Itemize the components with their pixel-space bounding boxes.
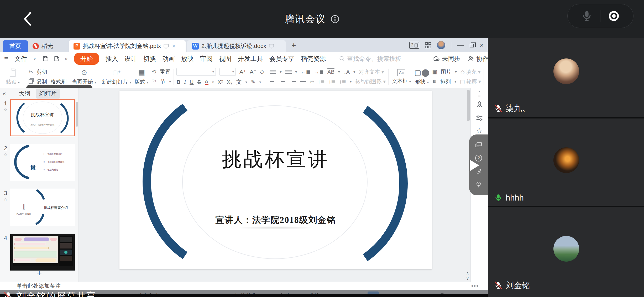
slide-scrollbar[interactable] (467, 90, 470, 121)
copy-button[interactable]: 复制 (36, 78, 47, 85)
menu-devtools[interactable]: 开发工具 (238, 55, 263, 63)
menu-view[interactable]: 视图 (219, 55, 232, 63)
play-from-current-button[interactable]: ⊙ 当页开始 ▾ (72, 68, 96, 85)
justify-icon[interactable] (300, 80, 306, 83)
participant-tile-1[interactable]: 柒九。 (488, 38, 644, 118)
char-border-icon[interactable]: AB (327, 69, 334, 75)
save-icon[interactable] (42, 55, 49, 62)
menu-design[interactable]: 设计 (124, 55, 137, 63)
distribute-icon[interactable]: ⇿ (310, 78, 314, 85)
tab-doc-pptx[interactable]: P 挑战杯宣讲-法学院刘金铭.pptx × (69, 40, 186, 52)
slide-title[interactable]: 挑战杯宣讲 (119, 147, 432, 173)
menu-transition[interactable]: 切换 (143, 55, 156, 63)
text-direction-icon[interactable]: ↓A (344, 69, 350, 75)
participant-tile-3[interactable]: 刘金铭 (488, 207, 644, 296)
restore-button[interactable] (470, 44, 474, 47)
cut-button[interactable]: 剪切 (37, 68, 47, 75)
tab-home[interactable]: 首页 (3, 40, 28, 52)
slide-thumbnail-3[interactable]: I PART ONE 挑战杯赛事介绍 (10, 189, 75, 226)
menu-file[interactable]: 文件 (14, 55, 27, 63)
hamburger-icon[interactable]: ≡ (4, 55, 8, 63)
slide-thumbnail-2[interactable]: 目录 I 挑战杯赛事介绍 II 项目组织开展过程 III 收获与感悟 (10, 144, 75, 181)
clear-format-icon[interactable]: ◇ (260, 69, 264, 75)
tab-docer[interactable]: 稻壳 (28, 40, 69, 52)
more-chevrons-icon[interactable]: » (64, 55, 67, 62)
slide-subtitle[interactable]: 宣讲人：法学院2018级刘金铭 (119, 214, 432, 226)
menu-member[interactable]: 会员专享 (269, 55, 295, 63)
tab-slides[interactable]: 幻灯片 (36, 89, 60, 99)
font-family-select[interactable]: ▾ (176, 68, 216, 76)
new-slide-button[interactable]: ▢⁺ 新建幻灯片 ▾ (102, 68, 132, 85)
user-avatar[interactable] (437, 41, 445, 49)
shapes-button[interactable]: ▢⬤ 形状 ▾ (412, 68, 432, 85)
info-icon[interactable] (331, 15, 339, 24)
menu-start-active[interactable]: 开始 (74, 53, 99, 65)
menu-docer-res[interactable]: 稻壳资源 (301, 55, 326, 63)
record-icon[interactable] (608, 10, 620, 22)
picture-button[interactable]: 图片 (441, 68, 451, 75)
layout-button[interactable]: ▤ 版式 ▾ (131, 68, 152, 85)
slide-thumbnail-4[interactable] (10, 234, 75, 271)
reset-button[interactable]: 重置 (160, 68, 170, 75)
format-painter-button[interactable]: 格式刷 (51, 78, 66, 85)
textbox-button[interactable]: A≡ 文本框 ▾ (391, 69, 412, 85)
align-right-icon[interactable] (290, 80, 296, 83)
sync-status[interactable]: 未同步 (432, 55, 460, 63)
slide-canvas[interactable]: 挑战杯宣讲 宣讲人：法学院2018级刘金铭 (119, 91, 432, 269)
indent-icon[interactable]: →≣ (314, 69, 324, 75)
align-center-icon[interactable] (280, 80, 286, 83)
star-icon[interactable]: ☆ (476, 126, 483, 135)
split-window-icon[interactable]: 2 (409, 42, 419, 49)
outdent-icon[interactable]: ←≣ (301, 69, 311, 75)
strike-button[interactable]: S (197, 79, 201, 85)
numbered-list-icon[interactable] (285, 70, 292, 74)
arrange-button[interactable]: 排列 (440, 78, 451, 85)
bold-button[interactable]: B (176, 79, 180, 85)
underline-button[interactable]: U (190, 79, 193, 85)
mic-icon[interactable] (581, 10, 593, 22)
line-spacing-up-icon[interactable]: ↑≣ (318, 78, 325, 85)
bullet-list-icon[interactable] (270, 70, 276, 74)
tab-doc-docx[interactable]: W 2.胎儿提起侵权诉讼.docx (187, 40, 286, 52)
font-color-button[interactable]: A (205, 79, 208, 85)
tab-outline[interactable]: 大纲 (19, 90, 30, 98)
export-icon[interactable] (53, 55, 60, 62)
increase-font-icon[interactable]: A⁺ (239, 69, 246, 75)
scroll-up-icon[interactable]: ▴ (478, 89, 480, 93)
font-size-select[interactable]: ▾ (219, 68, 236, 76)
workspace-grid-icon[interactable] (425, 42, 431, 48)
align-text-button[interactable]: 对齐文本 ▾ (359, 68, 384, 75)
panel-scrollbar[interactable] (76, 102, 78, 127)
monitor-icon[interactable] (164, 44, 169, 48)
rocket-icon[interactable] (475, 101, 483, 109)
close-window-button[interactable]: × (480, 41, 484, 49)
line-spacing-down-icon[interactable]: ↓≣ (328, 78, 336, 85)
prev-slide-button[interactable]: ∧ (465, 271, 470, 276)
window-switch-icon[interactable] (475, 142, 482, 148)
menu-animation[interactable]: 动画 (162, 55, 175, 63)
command-search[interactable] (339, 55, 426, 62)
paste-button[interactable]: 粘贴 ▾ (3, 68, 23, 85)
pinyin-button[interactable]: 文 (236, 78, 242, 86)
close-tab-icon[interactable]: × (172, 43, 175, 50)
line-spacing-icon[interactable]: ↕≣ (339, 78, 346, 85)
menu-slideshow[interactable]: 放映 (181, 55, 194, 63)
italic-button[interactable]: I (184, 79, 186, 85)
fill-button[interactable]: ◇ 填充 ▾ (460, 68, 481, 75)
sliders-icon[interactable] (475, 114, 483, 122)
new-tab-button[interactable]: + (291, 41, 296, 50)
expand-play-icon[interactable] (468, 159, 480, 172)
notes-bar[interactable]: ≡⁺ 单击此处添加备注 ••• (0, 282, 488, 290)
decrease-font-icon[interactable]: A⁻ (250, 69, 256, 75)
add-slide-button[interactable]: + (0, 268, 78, 278)
superscript-button[interactable]: X² (218, 79, 223, 85)
smart-graphic-button[interactable]: 转智能图形 ▾ (355, 78, 386, 85)
subscript-button[interactable]: X₂ (227, 79, 233, 85)
meeting-float-tab[interactable]: ? (469, 134, 488, 195)
slide-thumbnail-1[interactable]: 挑战杯宣讲 宣讲人：法学院2018级刘金铭 (10, 99, 75, 136)
adjust-lines-icon[interactable]: ≡ (478, 93, 481, 99)
next-slide-button[interactable]: ∨ (465, 276, 470, 281)
idea-bulb-icon[interactable] (475, 181, 482, 188)
menu-review[interactable]: 审阅 (200, 55, 213, 63)
search-input[interactable] (347, 55, 426, 62)
